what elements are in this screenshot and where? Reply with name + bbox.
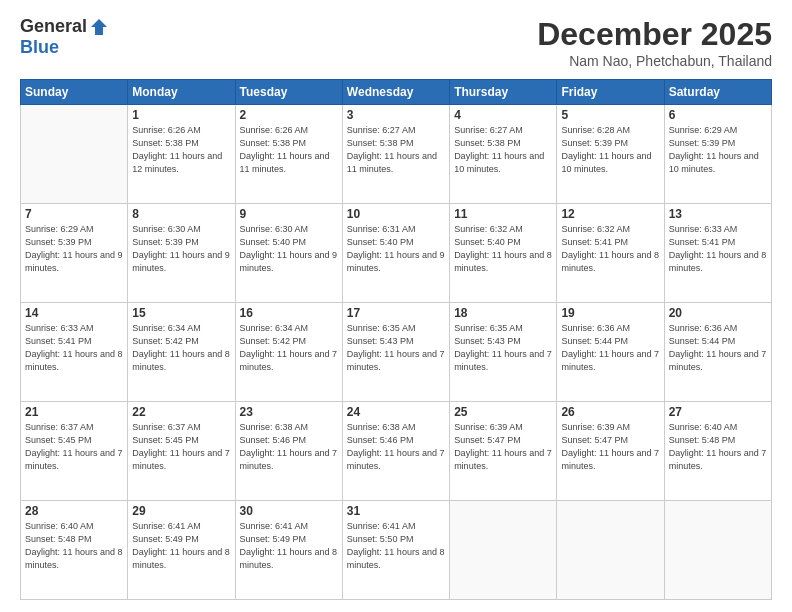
day-info: Sunrise: 6:38 AMSunset: 5:46 PMDaylight:… — [240, 421, 338, 473]
calendar-cell: 20Sunrise: 6:36 AMSunset: 5:44 PMDayligh… — [664, 303, 771, 402]
day-number: 13 — [669, 207, 767, 221]
calendar-cell: 2Sunrise: 6:26 AMSunset: 5:38 PMDaylight… — [235, 105, 342, 204]
calendar-cell: 1Sunrise: 6:26 AMSunset: 5:38 PMDaylight… — [128, 105, 235, 204]
day-info: Sunrise: 6:38 AMSunset: 5:46 PMDaylight:… — [347, 421, 445, 473]
calendar-cell — [450, 501, 557, 600]
calendar-cell: 29Sunrise: 6:41 AMSunset: 5:49 PMDayligh… — [128, 501, 235, 600]
calendar-week-row: 1Sunrise: 6:26 AMSunset: 5:38 PMDaylight… — [21, 105, 772, 204]
day-info: Sunrise: 6:32 AMSunset: 5:40 PMDaylight:… — [454, 223, 552, 275]
month-title: December 2025 — [537, 16, 772, 53]
day-info: Sunrise: 6:41 AMSunset: 5:49 PMDaylight:… — [132, 520, 230, 572]
day-number: 8 — [132, 207, 230, 221]
calendar-cell: 18Sunrise: 6:35 AMSunset: 5:43 PMDayligh… — [450, 303, 557, 402]
header: General Blue December 2025 Nam Nao, Phet… — [20, 16, 772, 69]
day-info: Sunrise: 6:27 AMSunset: 5:38 PMDaylight:… — [347, 124, 445, 176]
day-info: Sunrise: 6:39 AMSunset: 5:47 PMDaylight:… — [561, 421, 659, 473]
calendar-cell: 4Sunrise: 6:27 AMSunset: 5:38 PMDaylight… — [450, 105, 557, 204]
day-number: 20 — [669, 306, 767, 320]
calendar-cell: 13Sunrise: 6:33 AMSunset: 5:41 PMDayligh… — [664, 204, 771, 303]
day-info: Sunrise: 6:32 AMSunset: 5:41 PMDaylight:… — [561, 223, 659, 275]
day-number: 7 — [25, 207, 123, 221]
day-info: Sunrise: 6:39 AMSunset: 5:47 PMDaylight:… — [454, 421, 552, 473]
calendar-week-row: 7Sunrise: 6:29 AMSunset: 5:39 PMDaylight… — [21, 204, 772, 303]
day-number: 28 — [25, 504, 123, 518]
day-number: 27 — [669, 405, 767, 419]
day-number: 23 — [240, 405, 338, 419]
day-number: 12 — [561, 207, 659, 221]
calendar-header-wednesday: Wednesday — [342, 80, 449, 105]
calendar-cell: 27Sunrise: 6:40 AMSunset: 5:48 PMDayligh… — [664, 402, 771, 501]
day-info: Sunrise: 6:40 AMSunset: 5:48 PMDaylight:… — [25, 520, 123, 572]
day-number: 22 — [132, 405, 230, 419]
calendar-cell: 8Sunrise: 6:30 AMSunset: 5:39 PMDaylight… — [128, 204, 235, 303]
svg-marker-0 — [91, 19, 107, 35]
day-number: 25 — [454, 405, 552, 419]
calendar-header-row: SundayMondayTuesdayWednesdayThursdayFrid… — [21, 80, 772, 105]
calendar-cell: 28Sunrise: 6:40 AMSunset: 5:48 PMDayligh… — [21, 501, 128, 600]
calendar-cell: 21Sunrise: 6:37 AMSunset: 5:45 PMDayligh… — [21, 402, 128, 501]
calendar-cell: 9Sunrise: 6:30 AMSunset: 5:40 PMDaylight… — [235, 204, 342, 303]
calendar-cell — [21, 105, 128, 204]
day-info: Sunrise: 6:29 AMSunset: 5:39 PMDaylight:… — [25, 223, 123, 275]
day-info: Sunrise: 6:31 AMSunset: 5:40 PMDaylight:… — [347, 223, 445, 275]
day-number: 31 — [347, 504, 445, 518]
calendar-cell: 26Sunrise: 6:39 AMSunset: 5:47 PMDayligh… — [557, 402, 664, 501]
title-block: December 2025 Nam Nao, Phetchabun, Thail… — [537, 16, 772, 69]
day-info: Sunrise: 6:27 AMSunset: 5:38 PMDaylight:… — [454, 124, 552, 176]
day-number: 5 — [561, 108, 659, 122]
day-number: 16 — [240, 306, 338, 320]
day-number: 9 — [240, 207, 338, 221]
day-number: 17 — [347, 306, 445, 320]
calendar-header-friday: Friday — [557, 80, 664, 105]
day-number: 19 — [561, 306, 659, 320]
page: General Blue December 2025 Nam Nao, Phet… — [0, 0, 792, 612]
calendar-cell: 19Sunrise: 6:36 AMSunset: 5:44 PMDayligh… — [557, 303, 664, 402]
day-info: Sunrise: 6:29 AMSunset: 5:39 PMDaylight:… — [669, 124, 767, 176]
day-info: Sunrise: 6:35 AMSunset: 5:43 PMDaylight:… — [347, 322, 445, 374]
day-info: Sunrise: 6:37 AMSunset: 5:45 PMDaylight:… — [25, 421, 123, 473]
day-info: Sunrise: 6:26 AMSunset: 5:38 PMDaylight:… — [240, 124, 338, 176]
calendar-cell: 10Sunrise: 6:31 AMSunset: 5:40 PMDayligh… — [342, 204, 449, 303]
logo-general-text: General — [20, 16, 87, 37]
calendar-header-thursday: Thursday — [450, 80, 557, 105]
calendar-cell: 15Sunrise: 6:34 AMSunset: 5:42 PMDayligh… — [128, 303, 235, 402]
calendar-cell: 17Sunrise: 6:35 AMSunset: 5:43 PMDayligh… — [342, 303, 449, 402]
day-info: Sunrise: 6:34 AMSunset: 5:42 PMDaylight:… — [240, 322, 338, 374]
calendar-cell: 7Sunrise: 6:29 AMSunset: 5:39 PMDaylight… — [21, 204, 128, 303]
day-number: 26 — [561, 405, 659, 419]
calendar-header-monday: Monday — [128, 80, 235, 105]
logo-blue-text: Blue — [20, 37, 59, 58]
day-number: 6 — [669, 108, 767, 122]
location-text: Nam Nao, Phetchabun, Thailand — [537, 53, 772, 69]
calendar-header-saturday: Saturday — [664, 80, 771, 105]
day-number: 1 — [132, 108, 230, 122]
day-number: 30 — [240, 504, 338, 518]
calendar-table: SundayMondayTuesdayWednesdayThursdayFrid… — [20, 79, 772, 600]
day-info: Sunrise: 6:41 AMSunset: 5:50 PMDaylight:… — [347, 520, 445, 572]
calendar-cell: 23Sunrise: 6:38 AMSunset: 5:46 PMDayligh… — [235, 402, 342, 501]
day-info: Sunrise: 6:41 AMSunset: 5:49 PMDaylight:… — [240, 520, 338, 572]
day-info: Sunrise: 6:36 AMSunset: 5:44 PMDaylight:… — [669, 322, 767, 374]
calendar-cell: 6Sunrise: 6:29 AMSunset: 5:39 PMDaylight… — [664, 105, 771, 204]
calendar-week-row: 21Sunrise: 6:37 AMSunset: 5:45 PMDayligh… — [21, 402, 772, 501]
day-number: 4 — [454, 108, 552, 122]
day-number: 11 — [454, 207, 552, 221]
calendar-cell: 30Sunrise: 6:41 AMSunset: 5:49 PMDayligh… — [235, 501, 342, 600]
calendar-header-tuesday: Tuesday — [235, 80, 342, 105]
day-number: 10 — [347, 207, 445, 221]
day-number: 15 — [132, 306, 230, 320]
logo: General Blue — [20, 16, 109, 58]
day-number: 3 — [347, 108, 445, 122]
day-info: Sunrise: 6:35 AMSunset: 5:43 PMDaylight:… — [454, 322, 552, 374]
day-info: Sunrise: 6:40 AMSunset: 5:48 PMDaylight:… — [669, 421, 767, 473]
logo-icon — [89, 17, 109, 37]
day-number: 18 — [454, 306, 552, 320]
day-number: 14 — [25, 306, 123, 320]
calendar-cell: 14Sunrise: 6:33 AMSunset: 5:41 PMDayligh… — [21, 303, 128, 402]
calendar-header-sunday: Sunday — [21, 80, 128, 105]
day-info: Sunrise: 6:30 AMSunset: 5:39 PMDaylight:… — [132, 223, 230, 275]
day-number: 2 — [240, 108, 338, 122]
day-info: Sunrise: 6:30 AMSunset: 5:40 PMDaylight:… — [240, 223, 338, 275]
day-info: Sunrise: 6:33 AMSunset: 5:41 PMDaylight:… — [669, 223, 767, 275]
day-info: Sunrise: 6:37 AMSunset: 5:45 PMDaylight:… — [132, 421, 230, 473]
